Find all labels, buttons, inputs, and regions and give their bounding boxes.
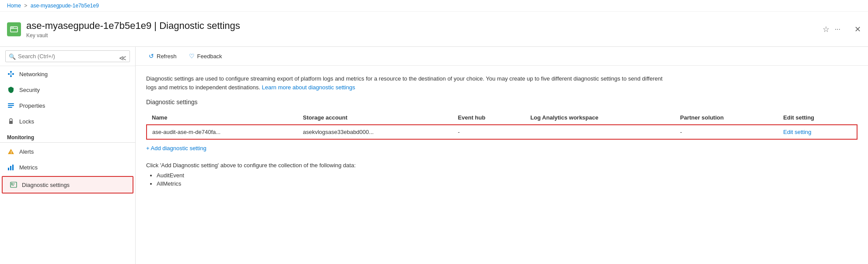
sidebar-item-properties[interactable]: Properties [0, 98, 135, 113]
description-text: Diagnostic settings are used to configur… [146, 74, 671, 92]
metrics-icon [7, 163, 15, 171]
breadcrumb-separator: > [24, 3, 27, 9]
svg-point-3 [13, 27, 14, 28]
row-storage: asekvlogsase33ebabd000... [298, 125, 452, 139]
svg-text:!: ! [10, 150, 12, 155]
svg-rect-7 [8, 103, 14, 104]
sidebar-item-security[interactable]: Security [0, 82, 135, 98]
svg-rect-10 [9, 121, 13, 124]
search-input[interactable] [5, 50, 130, 62]
col-storage: Storage account [298, 111, 452, 125]
header-actions: ☆ ··· ✕ [822, 25, 861, 34]
feedback-button[interactable]: ♡ Feedback [185, 50, 227, 62]
svg-point-2 [11, 27, 12, 28]
row-partner: - [675, 125, 778, 139]
diagnostic-icon [10, 181, 18, 189]
breadcrumb-home[interactable]: Home [7, 3, 21, 9]
col-loganalytics: Log Analytics workspace [525, 111, 675, 125]
row-eventhub: - [453, 125, 525, 139]
svg-rect-14 [10, 166, 11, 170]
content-body: Diagnostic settings are used to configur… [136, 66, 868, 197]
sidebar-item-networking-label: Networking [19, 71, 48, 77]
col-edit: Edit setting [778, 111, 857, 125]
sidebar-item-locks[interactable]: Locks [0, 113, 135, 129]
toolbar: ↺ Refresh ♡ Feedback [136, 47, 868, 66]
svg-rect-9 [8, 107, 12, 108]
sidebar-search-area: 🔍 ≪ [0, 47, 135, 66]
data-types-list: AuditEvent AllMetrics [157, 172, 858, 187]
sidebar-item-locks-label: Locks [19, 118, 34, 125]
svg-rect-20 [11, 184, 12, 185]
sidebar-item-metrics[interactable]: Metrics [0, 159, 135, 175]
properties-icon [7, 102, 15, 109]
row-loganalytics [525, 125, 675, 139]
locks-icon [7, 117, 15, 125]
content-area: ↺ Refresh ♡ Feedback Diagnostic settings… [136, 47, 868, 264]
col-partner: Partner solution [675, 111, 778, 125]
more-button[interactable]: ··· [835, 25, 840, 33]
collapse-sidebar-button[interactable]: ≪ [119, 54, 126, 62]
row-name: ase-audit-ase-m-de740fa... [147, 125, 298, 139]
sidebar-item-properties-label: Properties [19, 102, 45, 109]
breadcrumb: Home > ase-myasegpude-1e7b5e1e9 [0, 0, 868, 12]
breadcrumb-resource[interactable]: ase-myasegpude-1e7b5e1e9 [31, 3, 99, 9]
col-eventhub: Event hub [453, 111, 525, 125]
refresh-label: Refresh [157, 53, 177, 60]
click-description: Click 'Add Diagnostic setting' above to … [146, 162, 858, 169]
col-name: Name [147, 111, 298, 125]
pin-button[interactable]: ☆ [822, 25, 830, 34]
header-title-area: ase-myasegpude-1e7b5e1e9 | Diagnostic se… [26, 20, 822, 39]
svg-rect-15 [12, 165, 14, 170]
list-item-allmetrics: AllMetrics [157, 180, 858, 187]
security-icon [7, 86, 15, 94]
sidebar-item-diagnostic-label: Diagnostic settings [22, 182, 70, 188]
refresh-button[interactable]: ↺ Refresh [144, 50, 181, 62]
add-diagnostic-setting-link[interactable]: + Add diagnostic setting [146, 145, 206, 151]
sidebar-item-diagnostic-settings[interactable]: Diagnostic settings [2, 176, 133, 194]
list-item-auditevent: AuditEvent [157, 172, 858, 179]
section-title: Diagnostic settings [146, 99, 858, 106]
sidebar: 🔍 ≪ Networking [0, 47, 136, 264]
table-row: ase-audit-ase-m-de740fa... asekvlogsase3… [147, 125, 857, 139]
feedback-icon: ♡ [189, 53, 195, 60]
page-header: ase-myasegpude-1e7b5e1e9 | Diagnostic se… [0, 12, 868, 47]
feedback-label: Feedback [197, 53, 222, 60]
diagnostic-table: Name Storage account Event hub Log Analy… [146, 111, 858, 140]
sidebar-item-metrics-label: Metrics [19, 164, 38, 171]
main-layout: 🔍 ≪ Networking [0, 47, 868, 264]
sidebar-item-security-label: Security [19, 87, 40, 93]
sidebar-item-alerts[interactable]: ! Alerts [0, 144, 135, 159]
refresh-icon: ↺ [149, 53, 154, 60]
resource-type: Key vault [26, 32, 822, 39]
svg-rect-13 [8, 168, 9, 170]
resource-icon [7, 22, 21, 36]
sidebar-item-alerts-label: Alerts [19, 148, 34, 155]
learn-more-link[interactable]: Learn more about diagnostic settings [262, 84, 355, 91]
search-icon: 🔍 [9, 53, 16, 60]
page-title: ase-myasegpude-1e7b5e1e9 | Diagnostic se… [26, 20, 822, 32]
monitoring-section-label: Monitoring [0, 129, 135, 143]
svg-rect-19 [11, 183, 12, 184]
svg-rect-8 [8, 105, 14, 106]
close-button[interactable]: ✕ [854, 25, 861, 34]
alerts-icon: ! [7, 148, 15, 155]
row-edit: Edit setting [778, 125, 857, 139]
networking-icon [7, 70, 15, 78]
edit-setting-link[interactable]: Edit setting [783, 129, 811, 135]
sidebar-item-networking[interactable]: Networking [0, 66, 135, 82]
